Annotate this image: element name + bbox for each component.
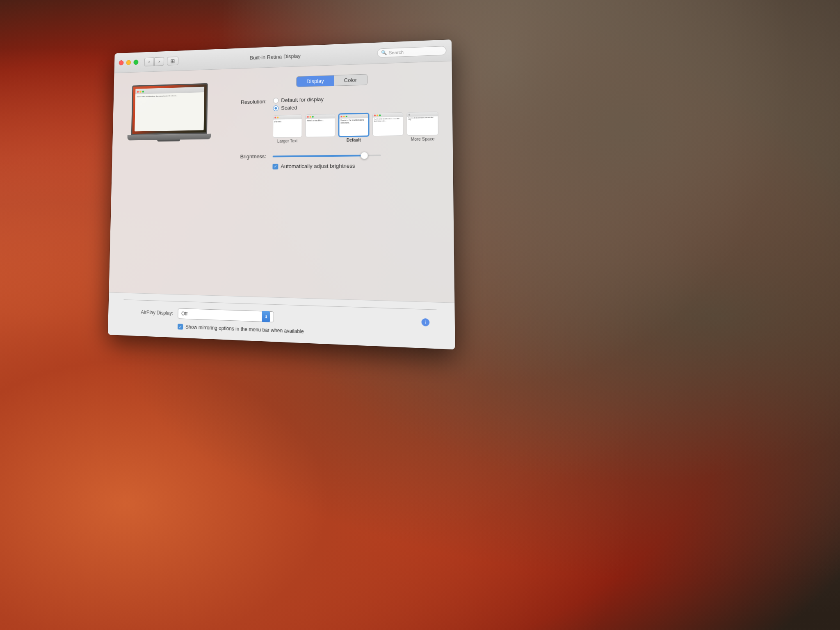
res-thumbnail-medium: Here's to troublem...	[305, 114, 335, 143]
resolution-row: Resolution: Default for display Scaled	[231, 93, 438, 112]
laptop-base	[127, 134, 211, 141]
screen-min-dot	[139, 91, 142, 93]
thumb-dot-red-2	[307, 116, 309, 118]
maximize-button[interactable]	[133, 59, 138, 65]
screen-max-dot	[142, 90, 144, 92]
res-thumbnail-larger: Here's Larger Text	[273, 114, 302, 144]
thumb-label-more2: More Space	[407, 137, 438, 142]
tab-bar: Display Color	[231, 72, 438, 89]
back-button[interactable]: ‹	[144, 57, 154, 66]
thumb-dot-red-4	[374, 114, 376, 116]
res-thumb-larger[interactable]: Here's	[273, 114, 302, 138]
grid-button[interactable]: ⊞	[167, 56, 178, 65]
brightness-slider-track[interactable]	[273, 154, 381, 157]
screen-close-dot	[137, 91, 139, 93]
thumb-dot-yellow-4	[377, 114, 378, 116]
tab-group: Display Color	[296, 74, 368, 87]
thumb-dot-yellow-3	[343, 116, 345, 117]
preferences-window: ‹ › ⊞ Built-in Retina Display 🔍 Search	[108, 39, 455, 349]
thumb-dot-yellow	[277, 117, 278, 119]
thumb-label-default: Default	[338, 137, 369, 142]
thumb-content-default: Here's to the troublemakers ones who...	[339, 118, 368, 125]
thumb-dot-red	[274, 117, 276, 119]
laptop-screen: Here's to the troublemakers, the ones wh…	[131, 83, 208, 135]
resolution-scaled-label: Scaled	[281, 105, 297, 111]
thumb-content-larger: Here's	[273, 119, 301, 124]
res-thumb-default[interactable]: Here's to the troublemakers ones who...	[338, 113, 369, 137]
search-icon: 🔍	[381, 50, 387, 56]
thumb-label-larger: Larger Text	[273, 139, 302, 144]
auto-brightness-row[interactable]: ✓ Automatically adjust brightness	[272, 162, 438, 169]
thumb-dot-green-3	[346, 116, 347, 117]
content-area: Here's to the troublemakers, the ones wh…	[112, 61, 454, 189]
traffic-lights	[119, 59, 139, 65]
thumb-dot-yellow-2	[310, 116, 311, 118]
window-title: Built-in Retina Display	[250, 53, 301, 61]
resolution-options: Default for display Scaled	[273, 96, 324, 111]
airplay-value: Off	[181, 311, 187, 317]
thumb-content-medium: Here's to troublem...	[306, 119, 335, 123]
resolution-section: Resolution: Default for display Scaled	[231, 93, 438, 144]
search-bar[interactable]: 🔍 Search	[377, 46, 447, 57]
preview-panel: Here's to the troublemakers, the ones wh…	[126, 79, 215, 180]
tab-color[interactable]: Color	[334, 74, 367, 85]
info-icon[interactable]: i	[421, 318, 429, 326]
res-thumb-medium[interactable]: Here's to troublem...	[305, 114, 335, 137]
res-thumbnail-more2: Here's to the troublemakers ones who And…	[407, 112, 439, 142]
airplay-row: AirPlay Display: Off ⬍ i	[123, 306, 437, 329]
airplay-label-text: AirPlay Display:	[141, 309, 173, 316]
resolution-default-label: Default for display	[281, 96, 324, 103]
forward-button[interactable]: ›	[154, 57, 164, 66]
resolution-scaled-row[interactable]: Scaled	[273, 104, 324, 111]
nav-buttons: ‹ ›	[144, 57, 164, 66]
screen-body: Here's to the troublemakers, the ones wh…	[135, 92, 204, 100]
thumb-dot-gray	[409, 114, 410, 116]
res-thumb-more2[interactable]: Here's to the troublemakers ones who And…	[407, 112, 438, 136]
thumb-label-medium	[305, 138, 335, 139]
res-thumb-more1[interactable]: Here's to the troublemakers ones who don…	[372, 112, 404, 136]
mirroring-checkbox[interactable]: ✓	[178, 324, 183, 330]
close-button[interactable]	[119, 60, 124, 66]
thumb-dot-red-3	[341, 116, 342, 117]
laptop-preview: Here's to the troublemakers, the ones wh…	[127, 83, 212, 140]
res-thumbnail-more1: Here's to the troublemakers ones who don…	[372, 112, 404, 142]
res-thumbnail-default: Here's to the troublemakers ones who... …	[338, 113, 369, 143]
resolution-thumbnails: Here's Larger Text Here's to trou	[273, 112, 438, 144]
minimize-button[interactable]	[126, 60, 131, 65]
auto-brightness-checkbox[interactable]: ✓	[272, 164, 278, 169]
tab-display[interactable]: Display	[297, 75, 334, 87]
screen-content: Here's to the troublemakers, the ones wh…	[135, 87, 204, 132]
auto-brightness-label: Automatically adjust brightness	[281, 163, 355, 169]
thumb-dot-green-2	[312, 116, 314, 118]
brightness-section: Brightness: ✓ Automatically adjust brigh…	[230, 151, 439, 170]
airplay-label: AirPlay Display:	[123, 309, 173, 316]
settings-panel: Display Color Resolution: Default for di…	[230, 72, 439, 180]
thumb-content-more1: Here's to the troublemakers ones who don…	[373, 117, 403, 123]
screen-titlebar	[135, 87, 204, 94]
thumb-content-more2: Here's to the troublemakers ones who And…	[407, 116, 438, 122]
resolution-label: Resolution:	[231, 98, 267, 105]
mirroring-label: Show mirroring options in the menu bar w…	[185, 324, 304, 335]
airplay-select[interactable]: Off ⬍	[178, 308, 274, 322]
brightness-row: Brightness:	[230, 151, 438, 160]
resolution-scaled-radio[interactable]	[273, 105, 279, 111]
thumb-dot-green-4	[379, 114, 381, 116]
brightness-label: Brightness:	[230, 153, 266, 160]
resolution-default-radio[interactable]	[273, 98, 279, 103]
resolution-default-row[interactable]: Default for display	[273, 96, 324, 103]
thumb-label-more1	[372, 137, 404, 137]
brightness-slider-thumb[interactable]	[361, 151, 368, 159]
search-placeholder: Search	[389, 50, 404, 55]
select-arrows-icon[interactable]: ⬍	[262, 311, 270, 322]
